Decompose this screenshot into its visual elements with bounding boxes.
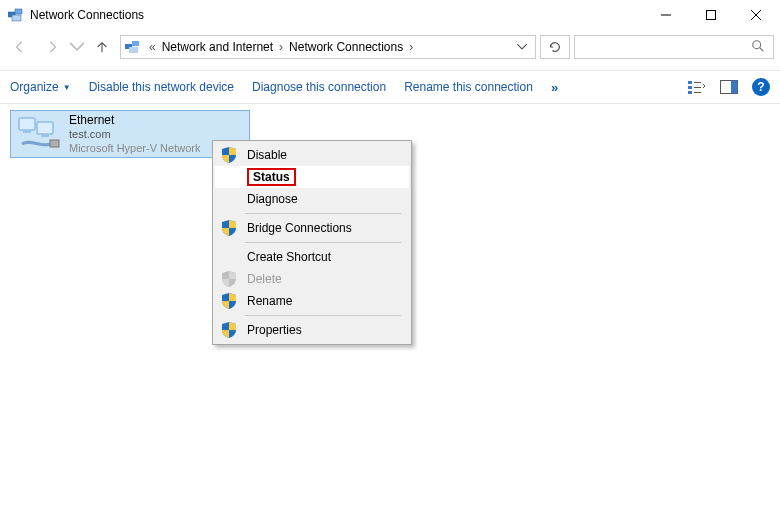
menu-item-label: Disable (247, 148, 403, 162)
shield-icon (221, 322, 237, 338)
breadcrumb[interactable]: « Network and Internet › Network Connect… (120, 35, 536, 59)
breadcrumb-dropdown[interactable] (513, 36, 531, 58)
svg-rect-20 (19, 118, 35, 130)
svg-rect-2 (12, 15, 21, 21)
menu-separator (245, 242, 401, 243)
window-title: Network Connections (30, 8, 643, 22)
maximize-button[interactable] (688, 0, 733, 30)
shield-icon (221, 271, 237, 287)
disable-device-command[interactable]: Disable this network device (89, 80, 234, 94)
adapter-icon (17, 116, 61, 152)
svg-rect-19 (731, 81, 738, 94)
svg-rect-13 (688, 86, 692, 89)
svg-rect-14 (688, 91, 692, 94)
menu-item-label: Bridge Connections (247, 221, 403, 235)
svg-rect-23 (41, 134, 49, 137)
forward-button[interactable] (38, 34, 66, 60)
overflow-commands[interactable]: » (551, 80, 556, 95)
menu-item-label: Properties (247, 323, 403, 337)
menu-item-label: Status (247, 170, 403, 184)
menu-item-create-shortcut[interactable]: Create Shortcut (215, 246, 409, 268)
blank-icon (221, 191, 237, 207)
shield-icon (221, 293, 237, 309)
chevron-right-icon: › (279, 40, 283, 54)
shield-icon (221, 147, 237, 163)
adapter-name: Ethernet (69, 113, 200, 128)
history-dropdown[interactable] (70, 34, 84, 60)
menu-item-label: Diagnose (247, 192, 403, 206)
menu-separator (245, 213, 401, 214)
svg-rect-4 (706, 11, 715, 20)
menu-item-bridge-connections[interactable]: Bridge Connections (215, 217, 409, 239)
close-button[interactable] (733, 0, 778, 30)
shield-icon (221, 220, 237, 236)
menu-separator (245, 315, 401, 316)
menu-item-status[interactable]: Status (215, 166, 409, 188)
refresh-button[interactable] (540, 35, 570, 59)
up-button[interactable] (88, 34, 116, 60)
menu-item-properties[interactable]: Properties (215, 319, 409, 341)
help-button[interactable]: ? (752, 78, 770, 96)
breadcrumb-item[interactable]: Network and Internet (160, 40, 275, 54)
svg-rect-21 (37, 122, 53, 134)
blank-icon (221, 249, 237, 265)
menu-item-diagnose[interactable]: Diagnose (215, 188, 409, 210)
rename-command[interactable]: Rename this connection (404, 80, 533, 94)
app-icon (8, 8, 24, 22)
breadcrumb-item[interactable]: Network Connections (287, 40, 405, 54)
organize-menu[interactable]: Organize▼ (10, 80, 71, 94)
chevron-down-icon: ▼ (63, 83, 71, 92)
svg-rect-8 (132, 41, 139, 46)
svg-rect-1 (15, 9, 22, 14)
breadcrumb-prefix: « (149, 40, 156, 54)
minimize-button[interactable] (643, 0, 688, 30)
menu-item-disable[interactable]: Disable (215, 144, 409, 166)
blank-icon (221, 169, 237, 185)
adapter-device: Microsoft Hyper-V Network (69, 142, 200, 156)
back-button[interactable] (6, 34, 34, 60)
svg-rect-9 (129, 47, 138, 53)
search-icon (751, 39, 765, 56)
chevron-right-icon: › (409, 40, 413, 54)
menu-item-label: Create Shortcut (247, 250, 403, 264)
adapter-status: test.com (69, 128, 200, 142)
menu-item-label: Delete (247, 272, 403, 286)
menu-item-label: Rename (247, 294, 403, 308)
svg-rect-24 (50, 140, 59, 147)
svg-line-11 (760, 47, 764, 51)
command-bar: Organize▼ Disable this network device Di… (0, 70, 780, 104)
svg-rect-12 (688, 81, 692, 84)
address-bar: « Network and Internet › Network Connect… (0, 30, 780, 64)
search-input[interactable] (574, 35, 774, 59)
location-icon (125, 40, 141, 54)
titlebar: Network Connections (0, 0, 780, 30)
menu-item-delete: Delete (215, 268, 409, 290)
menu-item-rename[interactable]: Rename (215, 290, 409, 312)
diagnose-command[interactable]: Diagnose this connection (252, 80, 386, 94)
view-options-button[interactable] (688, 78, 706, 96)
svg-rect-22 (23, 130, 31, 133)
preview-pane-button[interactable] (720, 78, 738, 96)
svg-point-10 (753, 40, 761, 48)
context-menu: DisableStatusDiagnose Bridge Connections… (212, 140, 412, 345)
